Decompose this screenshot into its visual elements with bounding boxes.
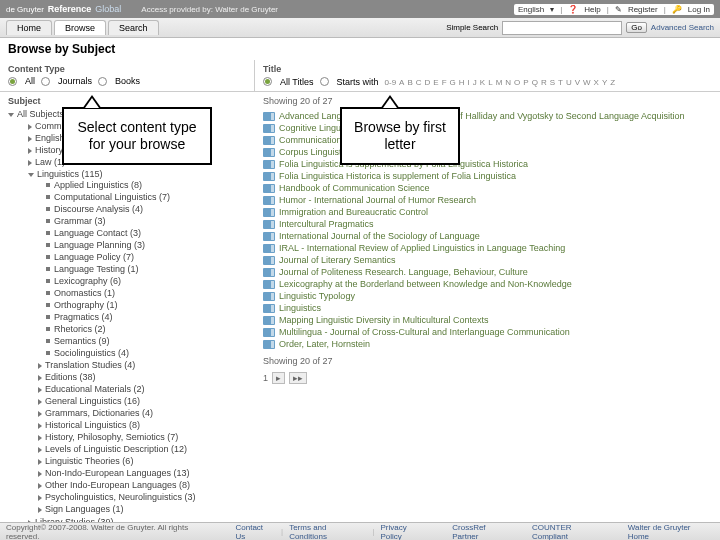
- letter-M[interactable]: M: [496, 78, 503, 87]
- result-link[interactable]: Handbook of Communication Science: [279, 183, 430, 193]
- login-link[interactable]: Log In: [688, 5, 710, 14]
- result-link[interactable]: Journal of Literary Semantics: [279, 255, 396, 265]
- tree-item[interactable]: Language Policy (7): [38, 251, 247, 263]
- result-item[interactable]: International Journal of the Sociology o…: [263, 230, 712, 242]
- register-link[interactable]: Register: [628, 5, 658, 14]
- letter-E[interactable]: E: [433, 78, 438, 87]
- tree-item[interactable]: Pragmatics (4): [38, 311, 247, 323]
- search-input[interactable]: [502, 21, 622, 35]
- tree-item[interactable]: Other Indo-European Languages (8): [38, 479, 247, 491]
- result-item[interactable]: Journal of Literary Semantics: [263, 254, 712, 266]
- lang-select[interactable]: English: [518, 5, 544, 14]
- tree-item[interactable]: Orthography (1): [38, 299, 247, 311]
- radio-all[interactable]: [8, 77, 17, 86]
- result-item[interactable]: Lexicography at the Borderland between K…: [263, 278, 712, 290]
- tab-search[interactable]: Search: [108, 20, 159, 35]
- tree-item[interactable]: Language Planning (3): [38, 239, 247, 251]
- result-item[interactable]: Humor - International Journal of Humor R…: [263, 194, 712, 206]
- footer-contact[interactable]: Contact Us: [236, 523, 276, 541]
- letter-H[interactable]: H: [459, 78, 465, 87]
- result-item[interactable]: Journal of Politeness Research. Language…: [263, 266, 712, 278]
- result-link[interactable]: Linguistic Typology: [279, 291, 355, 301]
- radio-starts-with[interactable]: [320, 77, 329, 86]
- result-item[interactable]: Multilingua - Journal of Cross-Cultural …: [263, 326, 712, 338]
- letter-O[interactable]: O: [514, 78, 520, 87]
- go-button[interactable]: Go: [626, 22, 647, 33]
- help-link[interactable]: Help: [584, 5, 600, 14]
- tree-item[interactable]: Sociolinguistics (4): [38, 347, 247, 359]
- chevron-down-icon[interactable]: ▾: [550, 5, 554, 14]
- tree-item[interactable]: Discourse Analysis (4): [38, 203, 247, 215]
- tree-item[interactable]: Language Contact (3): [38, 227, 247, 239]
- letter-C[interactable]: C: [416, 78, 422, 87]
- letter-G[interactable]: G: [450, 78, 456, 87]
- radio-books[interactable]: [98, 77, 107, 86]
- result-item[interactable]: Cognitive Linguistics: [263, 122, 712, 134]
- tree-item[interactable]: Levels of Linguistic Description (12): [38, 443, 247, 455]
- result-item[interactable]: Handbook of Communication Science: [263, 182, 712, 194]
- letter-U[interactable]: U: [566, 78, 572, 87]
- letter-A[interactable]: A: [399, 78, 404, 87]
- tree-item[interactable]: Computational Linguistics (7): [38, 191, 247, 203]
- tree-item[interactable]: Rhetorics (2): [38, 323, 247, 335]
- footer-home[interactable]: Walter de Gruyter Home: [628, 523, 714, 541]
- letter-V[interactable]: V: [575, 78, 580, 87]
- letter-W[interactable]: W: [583, 78, 591, 87]
- letter-0-9[interactable]: 0-9: [385, 78, 397, 87]
- letter-N[interactable]: N: [505, 78, 511, 87]
- letter-R[interactable]: R: [541, 78, 547, 87]
- result-item[interactable]: Linguistics: [263, 302, 712, 314]
- advanced-search-link[interactable]: Advanced Search: [651, 23, 714, 32]
- result-link[interactable]: Lexicography at the Borderland between K…: [279, 279, 572, 289]
- letter-F[interactable]: F: [442, 78, 447, 87]
- letter-Z[interactable]: Z: [610, 78, 615, 87]
- tree-item[interactable]: Language Testing (1): [38, 263, 247, 275]
- letter-K[interactable]: K: [480, 78, 485, 87]
- tree-item[interactable]: Psycholinguistics, Neurolinguistics (3): [38, 491, 247, 503]
- result-item[interactable]: Linguistic Typology: [263, 290, 712, 302]
- pager-last-icon[interactable]: ▸▸: [289, 372, 307, 384]
- tree-item[interactable]: History, Philosophy, Semiotics (7): [38, 431, 247, 443]
- result-item[interactable]: Folia Linguistica Historica is supplemen…: [263, 170, 712, 182]
- footer-crossref[interactable]: CrossRef Partner: [452, 523, 514, 541]
- result-link[interactable]: Immigration and Bureaucratic Control: [279, 207, 428, 217]
- radio-all-titles[interactable]: [263, 77, 272, 86]
- radio-journals[interactable]: [41, 77, 50, 86]
- tree-item[interactable]: Onomastics (1): [38, 287, 247, 299]
- tree-item[interactable]: Linguistics (115)Applied Linguistics (8)…: [28, 168, 247, 516]
- result-link[interactable]: Linguistics: [279, 303, 321, 313]
- result-link[interactable]: Mapping Linguistic Diversity in Multicul…: [279, 315, 489, 325]
- footer-counter[interactable]: COUNTER Compliant: [532, 523, 610, 541]
- result-item[interactable]: IRAL - International Review of Applied L…: [263, 242, 712, 254]
- result-link[interactable]: Folia Linguistica Historica is supplemen…: [279, 171, 516, 181]
- result-item[interactable]: Corpus Linguistics: [263, 146, 712, 158]
- result-item[interactable]: Advanced Language Learning: Contribution…: [263, 110, 712, 122]
- tree-item[interactable]: Applied Linguistics (8): [38, 179, 247, 191]
- tree-item[interactable]: Translation Studies (4): [38, 359, 247, 371]
- result-link[interactable]: International Journal of the Sociology o…: [279, 231, 480, 241]
- result-link[interactable]: Humor - International Journal of Humor R…: [279, 195, 476, 205]
- letter-T[interactable]: T: [558, 78, 563, 87]
- tree-item[interactable]: Non-Indo-European Languages (13): [38, 467, 247, 479]
- tree-item[interactable]: Historical Linguistics (8): [38, 419, 247, 431]
- letter-Y[interactable]: Y: [602, 78, 607, 87]
- result-item[interactable]: Mapping Linguistic Diversity in Multicul…: [263, 314, 712, 326]
- footer-privacy[interactable]: Privacy Policy: [381, 523, 431, 541]
- result-item[interactable]: Intercultural Pragmatics: [263, 218, 712, 230]
- letter-X[interactable]: X: [594, 78, 599, 87]
- tab-browse[interactable]: Browse: [54, 20, 106, 35]
- tree-item[interactable]: General Linguistics (16): [38, 395, 247, 407]
- result-link[interactable]: Intercultural Pragmatics: [279, 219, 374, 229]
- letter-L[interactable]: L: [488, 78, 492, 87]
- result-link[interactable]: IRAL - International Review of Applied L…: [279, 243, 565, 253]
- footer-terms[interactable]: Terms and Conditions: [289, 523, 366, 541]
- letter-I[interactable]: I: [468, 78, 470, 87]
- result-item[interactable]: Order, Later, Hornstein: [263, 338, 712, 350]
- result-item[interactable]: Folia Linguistica is supplemented by Fol…: [263, 158, 712, 170]
- result-link[interactable]: Order, Later, Hornstein: [279, 339, 370, 349]
- letter-D[interactable]: D: [425, 78, 431, 87]
- letter-B[interactable]: B: [407, 78, 412, 87]
- tree-item[interactable]: Sign Languages (1): [38, 503, 247, 515]
- result-item[interactable]: Communication Theory: [263, 134, 712, 146]
- pager-next-icon[interactable]: ▸: [272, 372, 285, 384]
